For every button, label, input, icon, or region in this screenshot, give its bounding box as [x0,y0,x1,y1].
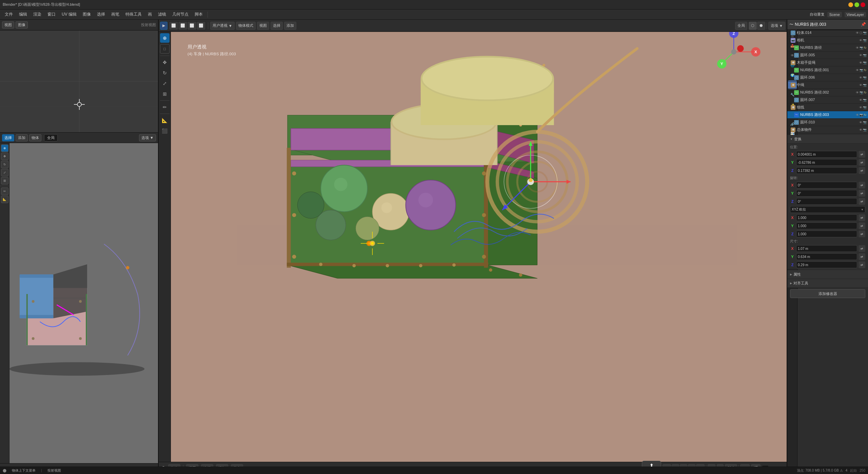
align-tools-header[interactable]: ▶ 对齐工具 [797,279,868,288]
outliner-item-7[interactable]: ⬢ 中绳 👁 📷 [797,81,868,89]
vp-tab-3[interactable]: ⬜ [188,22,196,30]
loc-x-icon[interactable]: ⇄ [859,151,865,158]
tool-scale[interactable]: ⤢ [1,169,8,176]
vis-render-1[interactable]: 📷 [863,39,867,42]
outliner-item-11[interactable]: 〜 NURBS 路径.003 👁 📷 ↻ [797,111,868,119]
vp-overlay-btn[interactable]: 选项 ▼ [768,22,785,30]
vis-render-6[interactable]: 📷 [863,76,867,79]
outliner-item-9[interactable]: ⬡ 圆环.007 👁 📷 [797,96,868,104]
rot-x-icon[interactable]: ⇄ [859,182,865,189]
vis-eye-5[interactable]: 👁 [856,68,859,72]
menu-edit[interactable]: 编辑 [16,11,30,18]
vis-extra-11[interactable]: ↻ [864,113,867,117]
outliner-item-5[interactable]: 〜 NURBS 路径.001 👁 📷 ↻ [797,66,868,74]
tool-select-box[interactable]: □ [160,44,170,54]
vp-object-btn[interactable]: 添加 [284,22,296,30]
dim-z-input[interactable]: 0.29 m [797,261,857,268]
loc-y-input[interactable]: -0.62786 m [797,159,857,166]
vis-render-8[interactable]: 📷 [860,91,863,94]
vis-render-13[interactable]: 📷 [863,128,867,132]
vis-render-0[interactable]: 📷 [863,31,867,35]
menu-script[interactable]: 脚本 [192,11,205,18]
vis-eye-13[interactable]: 👁 [859,128,862,132]
vp-object-mode[interactable]: 用户透视 ▼ [210,22,235,30]
vis-render-4[interactable]: 📷 [863,61,867,64]
vis-extra-5[interactable]: ↻ [864,68,867,72]
menu-draw[interactable]: 画 [145,11,155,18]
vis-eye-9[interactable]: 👁 [859,98,862,102]
lt2-select-btn[interactable]: 选择 [2,134,14,141]
vis-eye-8[interactable]: 👁 [856,91,859,94]
rot-y-icon[interactable]: ⇄ [859,190,865,197]
menu-file[interactable]: 文件 [2,11,16,18]
outliner-item-10[interactable]: ⬢ 细线 👁 📷 [797,104,868,111]
outliner-item-0[interactable]: ⬡ 柱体.014 👁 ⬡ 📷 [797,29,868,37]
menu-filter[interactable]: 滤镜 [155,11,169,18]
vp-add-btn[interactable]: 选择 [271,22,283,30]
loc-x-input[interactable]: 0.004001 m [797,151,857,158]
vis-eye-6[interactable]: 👁 [859,76,862,79]
loc-z-input[interactable]: 0.17392 m [797,167,857,174]
dim-y-icon[interactable]: ⇄ [859,253,865,260]
scale-x-input[interactable]: 1.000 [797,214,857,221]
tool-rotate-main[interactable]: ↻ [160,68,170,78]
menu-special[interactable]: 特殊工具 [123,11,144,18]
left-image-btn[interactable]: 图像 [16,21,28,28]
vis-eye-1[interactable]: 👁 [859,39,862,42]
menu-uv[interactable]: UV 编辑 [59,11,79,18]
vis-render-2[interactable]: 📷 [860,46,863,50]
loc-y-icon[interactable]: ⇄ [859,159,865,166]
vp-select-btn[interactable]: 视图 [257,22,269,30]
outliner-item-1[interactable]: 📷 相机 👁 📷 [797,37,868,44]
loc-z-icon[interactable]: ⇄ [859,167,865,174]
dim-z-icon[interactable]: ⇄ [859,261,865,268]
scale-y-icon[interactable]: ⇄ [859,222,865,229]
vis-eye-0[interactable]: 👁 [856,31,859,35]
obj-pin-icon[interactable]: 📌 [861,22,866,27]
vis-eye-12[interactable]: 👁 [859,121,862,124]
attributes-header[interactable]: ▶ 属性 [797,270,868,279]
viewport-canvas[interactable]: Z X Y 用户透视 [171,32,774,462]
add-modifier-button[interactable]: 添加修改器 [797,289,865,298]
tool-scale-main[interactable]: ⤢ [160,79,170,88]
outliner-item-3[interactable]: ⬡ 圆环.005 👁 📷 [797,52,868,59]
tool-rotate[interactable]: ↻ [1,161,8,168]
transform-section-header[interactable]: ▼ 变换 [797,135,868,144]
viewlayer-label[interactable]: ViewLayer [845,12,866,17]
tool-annotate[interactable]: ✏ [1,187,8,195]
tool-transform-main[interactable]: ⊞ [160,89,170,99]
vis-render-7[interactable]: 📷 [863,83,867,87]
vis-eye-4[interactable]: 👁 [859,61,862,64]
lt2-object-btn[interactable]: 物体 [29,134,41,141]
vis-eye-11[interactable]: 👁 [856,113,859,117]
rot-y-input[interactable]: 0° [797,190,857,197]
vp-tab-1[interactable]: ⬜ [169,22,178,30]
vis-extra-8[interactable]: ↻ [864,91,867,94]
vp-viewport-btn[interactable]: 物体模式 [236,22,256,30]
outliner-item-8[interactable]: 〜 NURBS 路径.002 👁 📷 ↻ [797,89,868,96]
vis-render-5[interactable]: 📷 [860,68,863,72]
vis-select-0[interactable]: ⬡ [860,31,862,35]
tool-measure[interactable]: 📐 [1,196,8,203]
tool-move-main[interactable]: ✥ [160,58,170,67]
menu-geo[interactable]: 几何节点 [170,11,191,18]
rot-z-input[interactable]: 0° [797,198,857,205]
tool-cursor[interactable]: ⊕ [1,144,8,152]
scene-label[interactable]: Scene [827,12,842,17]
vp-tab-2[interactable]: ⬜ [178,22,187,30]
rot-x-input[interactable]: 0° [797,182,857,189]
dim-y-input[interactable]: 0.634 m [797,253,857,260]
lt2-global-btn[interactable]: 全局 [44,134,58,141]
vis-eye-3[interactable]: 👁 [859,54,862,57]
tool-annotate-main[interactable]: ✏ [160,102,170,112]
minimize-button[interactable] [848,2,853,7]
outliner-item-12[interactable]: ⬡ 圆环.010 👁 📷 [797,119,868,126]
rotation-mode-select[interactable]: XYZ 欧拉 ▼ [797,206,865,213]
menu-select[interactable]: 选择 [94,11,108,18]
dim-x-icon[interactable]: ⇄ [859,245,865,252]
maximize-button[interactable] [854,2,859,7]
vis-render-11[interactable]: 📷 [860,113,863,117]
tool-add-cube[interactable]: ⬛ [160,126,170,136]
outliner-item-2[interactable]: 〜 NURBS 路径 👁 📷 ↻ [797,44,868,52]
tool-cursor-main[interactable]: ⊕ [160,33,170,43]
